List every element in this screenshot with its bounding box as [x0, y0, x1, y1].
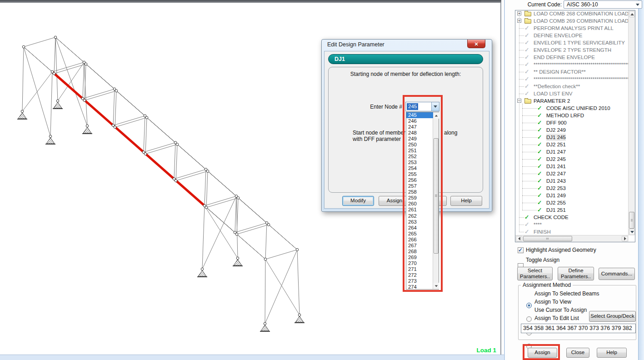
tree-item-label: CHECK CODE	[534, 214, 569, 221]
tree-item[interactable]: DJ1 251	[515, 206, 629, 214]
radio-assign-to-view[interactable]	[526, 316, 532, 322]
tree-item[interactable]: DJ1 241	[515, 163, 629, 170]
load-case-label: Load 1	[445, 347, 496, 354]
define-parameters-button[interactable]: Define Parameters..	[558, 267, 594, 280]
check-icon	[524, 68, 529, 75]
tree-item-label: ENVELOPE 2 TYPE STRENGTH	[534, 46, 611, 54]
check-green-icon	[537, 126, 542, 134]
pinned-support-icons	[17, 102, 305, 331]
check-green-icon	[537, 192, 542, 199]
scroll-up-icon[interactable]	[629, 11, 635, 17]
annotation-box-node-combo	[403, 95, 443, 292]
tree-item-label: DJ1 243	[546, 177, 566, 185]
tree-item-label: DJ1 247	[546, 148, 566, 155]
tree-item[interactable]: END DEFINE ENVELOPE	[515, 54, 629, 61]
panel-right-edge	[638, 0, 644, 360]
scroll-down-icon[interactable]	[629, 229, 635, 235]
tree-item-label: LOAD LIST ENV	[534, 90, 572, 97]
highlight-assigned-geometry-checkbox[interactable]	[518, 247, 524, 253]
select-group-deck-button[interactable]: Select Group/Deck	[589, 311, 636, 322]
tree-item[interactable]: +LOAD COMB 268 COMBINATION LOAD C	[515, 10, 629, 17]
scroll-left-icon[interactable]	[516, 236, 522, 241]
folder-icon	[524, 19, 531, 24]
scrollbar-thumb[interactable]	[629, 212, 634, 229]
tree-item[interactable]: DJ2 249	[515, 126, 629, 134]
tree-item[interactable]: CODE AISC UNIFIED 2010	[515, 105, 629, 112]
help-button-dialog[interactable]: Help	[450, 196, 482, 206]
radio-label: Assign To Selected Beams	[534, 290, 599, 297]
edit-list-input[interactable]: 354 358 361 364 367 370 373 376 379 382	[521, 324, 636, 333]
note-text-right: along	[444, 130, 457, 136]
tree-item[interactable]: **Deflection check**	[515, 83, 629, 90]
check-icon	[524, 32, 529, 39]
x-icon	[474, 40, 478, 48]
tree-item[interactable]: +LOAD COMB 269 COMBINATION LOAD C	[515, 17, 629, 25]
tree-item[interactable]: DJ1 243	[515, 177, 629, 185]
radio-assign-to-selected-beams[interactable]	[526, 303, 532, 308]
bottom-scroll-strip[interactable]	[0, 355, 504, 360]
tree-horizontal-scrollbar[interactable]	[515, 235, 629, 242]
tree-item-label: **Deflection check**	[534, 83, 580, 90]
check-icon	[524, 228, 529, 235]
tree-item[interactable]: ****************************************…	[515, 75, 629, 83]
help-button[interactable]: Help	[597, 348, 627, 358]
modify-button[interactable]: Modify	[342, 196, 374, 206]
check-icon	[524, 75, 529, 83]
tree-item[interactable]: DJ2 255	[515, 199, 629, 206]
close-icon[interactable]	[467, 40, 485, 48]
commands-tree[interactable]: +LOAD COMB 268 COMBINATION LOAD C+LOAD C…	[515, 10, 635, 242]
tree-item-label: LOAD COMB 269 COMBINATION LOAD C	[534, 17, 629, 25]
tree-item-label: DJ2 255	[546, 199, 566, 206]
tree-connector-line	[522, 104, 523, 210]
scrollbar-thumb[interactable]	[523, 236, 572, 241]
tree-item[interactable]: ****************************************…	[515, 61, 629, 68]
enter-node-label: Enter Node #	[344, 104, 402, 110]
scroll-right-icon[interactable]	[622, 236, 628, 241]
check-green-icon	[537, 119, 542, 126]
tree-item[interactable]: ENVELOPE 1 TYPE SERVICEABILITY	[515, 39, 629, 46]
check-icon	[524, 54, 529, 61]
tree-item[interactable]: DJ2 247	[515, 170, 629, 177]
check-green-icon	[537, 177, 542, 185]
tree-item[interactable]: ENVELOPE 2 TYPE STRENGTH	[515, 46, 629, 54]
tree-item[interactable]: FINISH	[515, 228, 629, 235]
tree-item[interactable]: ** DESIGN FACTOR**	[515, 68, 629, 75]
tree-item[interactable]: METHOD LRFD	[515, 112, 629, 119]
radio-label: Assign To Edit List	[534, 315, 579, 321]
tree-item[interactable]: DJ1 247	[515, 148, 629, 155]
select-parameters-button[interactable]: Select Parameters..	[517, 267, 553, 280]
current-code-combobox[interactable]: AISC 360-10	[564, 0, 642, 9]
tree-item-label: ****************************************…	[534, 75, 629, 83]
tree-item[interactable]: DJ2 253	[515, 185, 629, 192]
tree-item-label: PARAMETER 2	[534, 97, 570, 105]
toggle-assign-label: Toggle Assign	[526, 257, 559, 263]
close-button[interactable]: Close	[566, 348, 589, 358]
panel-splitter[interactable]	[504, 0, 505, 360]
tree-item[interactable]: DFF 900	[515, 119, 629, 126]
staad-window: Load 1 Edit Design Parameter DJ1 Startin…	[0, 0, 644, 360]
tree-item[interactable]: DJ2 245	[515, 155, 629, 163]
tree-item[interactable]: DJ1 249	[515, 192, 629, 199]
check-icon	[524, 61, 529, 68]
tree-item[interactable]: DEFINE ENVELOPE	[515, 32, 629, 39]
commands-button[interactable]: Commands...	[599, 268, 635, 280]
tree-item[interactable]: DJ1 245	[515, 134, 629, 141]
parameter-name-header: DJ1	[328, 54, 483, 64]
tree-item-label: DJ2 253	[546, 185, 566, 192]
tree-item-label: DJ2 249	[546, 126, 566, 134]
tree-item[interactable]: LOAD LIST ENV	[515, 90, 629, 97]
tree-item-label: LOAD COMB 268 COMBINATION LOAD C	[534, 10, 629, 17]
tree-item[interactable]: CHECK CODE	[515, 214, 629, 221]
check-green-icon	[537, 105, 542, 112]
tree-item[interactable]: DJ2 251	[515, 141, 629, 148]
check-icon	[524, 39, 529, 46]
tree-item[interactable]: PERFORM ANALYSIS PRINT ALL	[515, 25, 629, 32]
tree-item[interactable]: −PARAMETER 2	[515, 97, 629, 105]
radio-label: Assign To View	[534, 299, 571, 305]
tree-item-label: ENVELOPE 1 TYPE SERVICEABILITY	[534, 39, 625, 46]
check-green-icon	[537, 185, 542, 192]
tree-item-label: PERFORM ANALYSIS PRINT ALL	[534, 25, 614, 32]
folder-open-icon	[524, 99, 531, 104]
tree-item[interactable]: ****	[515, 221, 629, 228]
tree-vertical-scrollbar[interactable]	[628, 10, 635, 235]
